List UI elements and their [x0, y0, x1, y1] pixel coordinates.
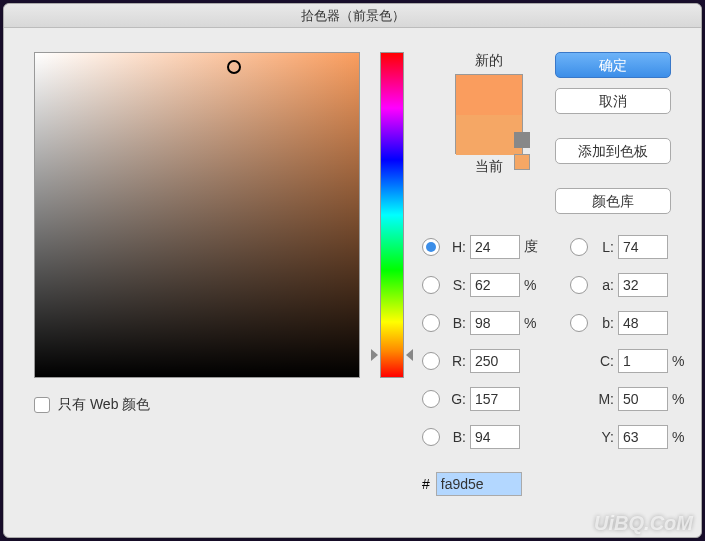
add-swatch-button[interactable]: 添加到色板 — [555, 138, 671, 164]
color-picker-window: 拾色器（前景色） 新的 当前 确定 取消 添加到色板 颜色库 H: 度 — [3, 3, 702, 538]
current-color-swatch[interactable] — [456, 115, 522, 155]
web-only-option: 只有 Web 颜色 — [34, 396, 150, 414]
radio-l[interactable] — [570, 238, 588, 256]
color-marker[interactable] — [227, 60, 241, 74]
unit-s: % — [524, 277, 540, 293]
unit-brightness: % — [524, 315, 540, 331]
preview-area: 新的 当前 — [429, 52, 549, 176]
radio-lab-b[interactable] — [570, 314, 588, 332]
hex-input[interactable] — [436, 472, 522, 496]
row-g-m: G: M: % — [422, 384, 688, 414]
label-y: Y: — [594, 429, 614, 445]
row-b-b: B: % b: — [422, 308, 688, 338]
warning-icons — [514, 132, 530, 170]
input-a[interactable] — [618, 273, 668, 297]
gamut-warning-icon[interactable] — [514, 132, 530, 148]
input-r[interactable] — [470, 349, 520, 373]
label-g: G: — [446, 391, 466, 407]
input-blue[interactable] — [470, 425, 520, 449]
row-s-a: S: % a: — [422, 270, 688, 300]
closest-color-swatch[interactable] — [514, 154, 530, 170]
radio-brightness[interactable] — [422, 314, 440, 332]
color-value-fields: H: 度 L: S: % a: — [422, 232, 688, 460]
cancel-button[interactable]: 取消 — [555, 88, 671, 114]
label-s: S: — [446, 277, 466, 293]
color-field[interactable] — [34, 52, 360, 378]
hue-slider[interactable] — [380, 52, 404, 378]
input-lab-b[interactable] — [618, 311, 668, 335]
label-h: H: — [446, 239, 466, 255]
radio-r[interactable] — [422, 352, 440, 370]
input-m[interactable] — [618, 387, 668, 411]
input-g[interactable] — [470, 387, 520, 411]
radio-s[interactable] — [422, 276, 440, 294]
current-color-label: 当前 — [429, 158, 549, 176]
label-m: M: — [594, 391, 614, 407]
unit-c: % — [672, 353, 688, 369]
color-swatch — [455, 74, 523, 154]
label-lab-b: b: — [594, 315, 614, 331]
new-color-swatch — [456, 75, 522, 115]
label-c: C: — [594, 353, 614, 369]
label-brightness: B: — [446, 315, 466, 331]
radio-a[interactable] — [570, 276, 588, 294]
row-h-l: H: 度 L: — [422, 232, 688, 262]
web-only-checkbox[interactable] — [34, 397, 50, 413]
input-l[interactable] — [618, 235, 668, 259]
radio-g[interactable] — [422, 390, 440, 408]
input-h[interactable] — [470, 235, 520, 259]
watermark: UiBQ.CoM — [594, 512, 693, 535]
radio-blue[interactable] — [422, 428, 440, 446]
label-r: R: — [446, 353, 466, 369]
hue-slider-thumb-right[interactable] — [406, 349, 413, 361]
color-libraries-button[interactable]: 颜色库 — [555, 188, 671, 214]
input-s[interactable] — [470, 273, 520, 297]
unit-h: 度 — [524, 238, 540, 256]
label-l: L: — [594, 239, 614, 255]
label-blue: B: — [446, 429, 466, 445]
unit-m: % — [672, 391, 688, 407]
radio-h[interactable] — [422, 238, 440, 256]
unit-y: % — [672, 429, 688, 445]
row-b-y: B: Y: % — [422, 422, 688, 452]
row-r-c: R: C: % — [422, 346, 688, 376]
hex-row: # — [422, 472, 522, 496]
web-only-label: 只有 Web 颜色 — [58, 396, 150, 414]
input-brightness[interactable] — [470, 311, 520, 335]
new-color-label: 新的 — [429, 52, 549, 70]
hash-label: # — [422, 476, 430, 492]
label-a: a: — [594, 277, 614, 293]
ok-button[interactable]: 确定 — [555, 52, 671, 78]
titlebar: 拾色器（前景色） — [4, 4, 701, 28]
input-c[interactable] — [618, 349, 668, 373]
hue-slider-thumb-left[interactable] — [371, 349, 378, 361]
input-y[interactable] — [618, 425, 668, 449]
